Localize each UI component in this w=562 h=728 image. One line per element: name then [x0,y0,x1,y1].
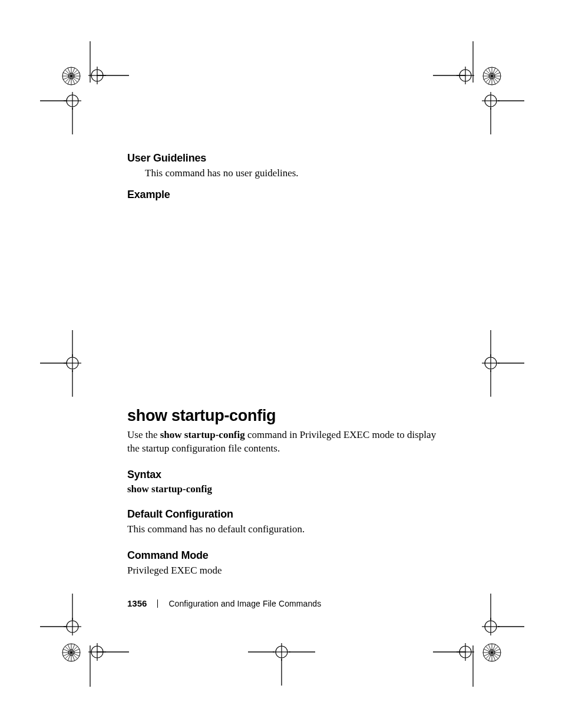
crop-line-icon [40,626,67,627]
medallion-icon [61,643,81,663]
crop-line-icon [498,626,524,627]
medallion-icon [482,643,502,663]
crosshair-icon [273,643,290,661]
section-user-guidelines: User Guidelines This command has no user… [127,152,299,180]
medallion-icon [61,66,81,86]
crop-line-icon [281,659,282,686]
heading-example: Example [127,189,170,201]
heading-user-guidelines: User Guidelines [127,152,299,164]
page-footer: 1356 Configuration and Image File Comman… [127,598,445,608]
syntax-line: show startup-config [127,483,445,495]
crop-line-icon [490,330,491,357]
crop-line-icon [472,41,474,83]
crop-line-icon [72,370,73,397]
crop-line-icon [490,594,491,620]
crop-line-icon [490,108,491,134]
crop-line-icon [72,330,73,357]
crop-line-icon [433,75,465,76]
crosshair-icon [482,618,500,635]
desc-bold: show startup-config [160,429,245,440]
crop-line-icon [97,75,129,76]
command-description: Use the show startup-config command in P… [127,429,445,456]
chapter-title: Configuration and Image File Commands [168,599,321,608]
crop-line-icon [40,363,67,364]
crop-line-icon [72,594,73,620]
crosshair-icon [482,354,500,372]
crop-line-icon [97,651,129,653]
heading-default-config: Default Configuration [127,508,445,521]
medallion-icon [482,66,502,86]
text-default-config: This command has no default configuratio… [127,523,445,536]
page-number: 1356 [127,598,147,608]
footer-separator [157,599,158,608]
desc-pre: Use the [127,429,160,440]
section-command: show startup-config Use the show startup… [127,407,445,578]
page: User Guidelines This command has no user… [0,0,562,728]
crop-line-icon [472,645,474,687]
command-title: show startup-config [127,407,445,425]
crop-line-icon [90,645,91,687]
crop-line-icon [40,100,67,101]
crop-line-icon [289,651,315,653]
text-user-guidelines: This command has no user guidelines. [127,167,299,180]
section-example: Example [127,189,170,201]
text-command-mode: Privileged EXEC mode [127,564,445,578]
crop-line-icon [433,651,465,653]
crop-line-icon [248,651,275,653]
crosshair-icon [482,92,500,110]
heading-syntax: Syntax [127,469,445,481]
crop-line-icon [498,100,524,101]
crop-line-icon [72,108,73,134]
crop-line-icon [490,370,491,397]
crop-line-icon [498,363,524,364]
heading-command-mode: Command Mode [127,549,445,562]
